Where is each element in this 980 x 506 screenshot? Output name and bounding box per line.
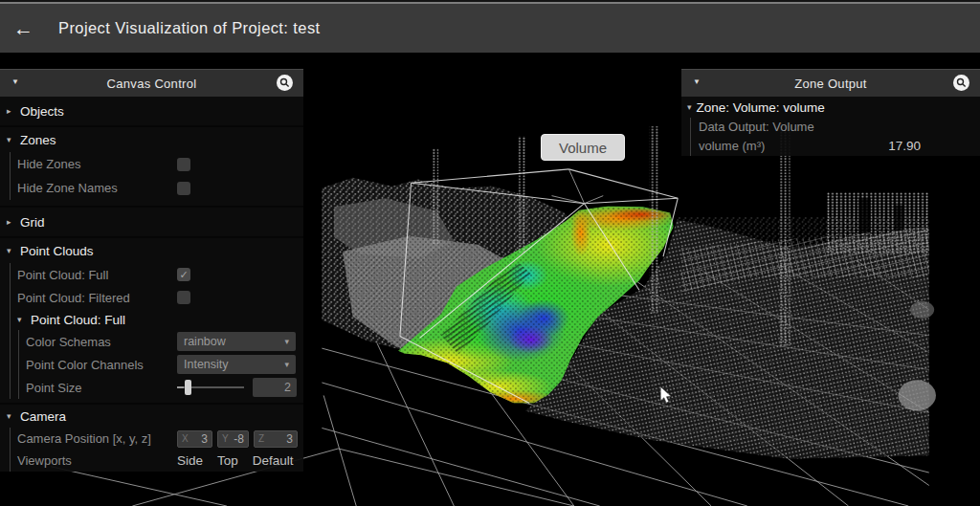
zone-output-header: ▼ Zone Output [681,69,980,97]
point-color-channels-select[interactable]: Intensity ▾ [177,355,296,374]
camera-x-input[interactable]: X 3 [177,430,212,448]
point-cloud-full-checkbox[interactable]: ✓ [177,268,190,281]
panel-title: Zone Output [681,77,980,91]
chevron-right-icon: ▸ [7,218,14,227]
viewport-side-button[interactable]: Side [177,453,203,468]
project-visualization-page: { "header": { "title": "Project Visualiz… [0,0,980,506]
camera-subsection: Camera Position [x, y, z] X 3 Y -8 Z 3 V… [10,428,303,472]
chevron-down-icon: ▾ [687,103,692,112]
point-size-label: Point Size [26,381,177,395]
section-label: Point Clouds [20,244,94,258]
color-channels-row: Point Color Channels Intensity ▾ [19,353,303,376]
search-icon[interactable] [277,75,293,91]
data-output-row: Data Output: Volume [691,118,980,136]
camera-x-value: 3 [201,432,208,446]
point-size-row: Point Size 2 [19,376,303,399]
viewports-row: Viewports Side Top Default [11,450,303,472]
section-label: Objects [20,104,64,119]
data-output-label: Data Output: Volume [699,120,814,134]
hide-zones-checkbox[interactable] [177,158,190,171]
camera-y-input[interactable]: Y -8 [217,430,249,448]
app-header: ← Project Visualization of Project: test [0,4,980,53]
zones-subsection: Hide Zones Hide Zone Names [10,152,303,200]
slider-thumb[interactable] [185,380,191,395]
viewport-default-button[interactable]: Default [253,453,294,468]
search-icon[interactable] [953,75,969,91]
chevron-down-icon: ▾ [284,337,289,346]
color-schemas-select[interactable]: rainbow ▾ [177,332,296,351]
back-arrow-icon[interactable]: ← [13,18,33,38]
camera-z-input[interactable]: Z 3 [254,430,298,448]
hide-zone-names-row: Hide Zone Names [11,176,303,200]
panel-collapse-icon[interactable]: ▼ [693,78,701,86]
slider-fill [177,386,184,388]
section-objects[interactable]: ▸ Objects [0,97,303,127]
volume-metric-row: volume (m³) 17.90 [691,136,980,156]
section-label: Zones [20,133,56,147]
volume-metric-value: 17.90 [888,139,921,153]
point-cloud-full-label: Point Cloud: Full [17,268,177,282]
chevron-down-icon: ▾ [7,412,14,421]
camera-z-value: 3 [286,432,293,446]
chevron-right-icon: ▸ [7,107,14,116]
canvas-control-panel: ▼ Canvas Control ▸ Objects ▾ Zones Hide … [0,69,303,472]
page-title: Project Visualization of Project: test [58,19,321,37]
point-cloud-full-settings: Color Schemas rainbow ▾ Point Color Chan… [18,330,303,399]
zone-name: Zone: Volume: volume [697,100,825,115]
viewport-top-button[interactable]: Top [217,453,238,468]
panel-collapse-icon[interactable]: ▼ [11,78,19,86]
zone-output-details: Data Output: Volume volume (m³) 17.90 [690,118,980,156]
section-label: Camera [20,409,66,424]
selected-value: rainbow [184,335,226,348]
section-label: Grid [20,215,45,230]
point-cloud-filtered-row: Point Cloud: Filtered [11,286,303,309]
viewports-label: Viewports [17,453,177,468]
section-zones[interactable]: ▾ Zones [0,127,303,152]
chevron-down-icon: ▾ [7,136,14,144]
section-divider [0,200,303,208]
canvas-control-header: ▼ Canvas Control [0,69,303,97]
panel-title: Canvas Control [0,77,303,91]
camera-position-label: Camera Position [x, y, z] [17,431,177,446]
subsection-point-cloud-full[interactable]: ▾ Point Cloud: Full [11,309,303,330]
zone-box-label[interactable]: Volume [541,134,625,161]
section-camera[interactable]: ▾ Camera [0,405,303,428]
zone-output-panel: ▼ Zone Output ▾ Zone: Volume: volume Dat… [681,69,980,156]
color-channels-label: Point Color Channels [26,358,177,372]
zone-volume-row[interactable]: ▾ Zone: Volume: volume [681,97,980,118]
chevron-down-icon: ▾ [17,316,25,324]
subsection-label: Point Cloud: Full [31,313,125,327]
point-cloud-filtered-checkbox[interactable] [177,291,190,304]
point-cloud-full-row: Point Cloud: Full ✓ [11,263,303,286]
hide-zones-row: Hide Zones [11,152,303,176]
section-point-clouds[interactable]: ▾ Point Clouds [0,238,303,263]
camera-position-row: Camera Position [x, y, z] X 3 Y -8 Z 3 [11,428,303,450]
check-icon: ✓ [179,270,188,280]
chevron-down-icon: ▾ [7,247,14,255]
point-size-value[interactable]: 2 [253,378,297,397]
volume-metric-label: volume (m³) [699,139,765,153]
hide-zone-names-label: Hide Zone Names [17,181,177,195]
hide-zones-label: Hide Zones [17,157,177,171]
selected-value: Intensity [184,358,229,371]
top-divider [0,2,980,4]
camera-y-value: -8 [234,432,244,446]
color-schemas-row: Color Schemas rainbow ▾ [19,330,303,353]
hide-zone-names-checkbox[interactable] [177,182,190,195]
color-schemas-label: Color Schemas [26,335,177,349]
x-axis-label: X [182,433,189,444]
section-grid[interactable]: ▸ Grid [0,208,303,238]
point-size-slider[interactable] [177,380,244,395]
y-axis-label: Y [222,433,229,444]
point-clouds-subsection: Point Cloud: Full ✓ Point Cloud: Filtere… [10,263,303,399]
point-cloud-filtered-label: Point Cloud: Filtered [17,291,177,305]
chevron-down-icon: ▾ [284,360,289,369]
z-axis-label: Z [258,433,264,444]
